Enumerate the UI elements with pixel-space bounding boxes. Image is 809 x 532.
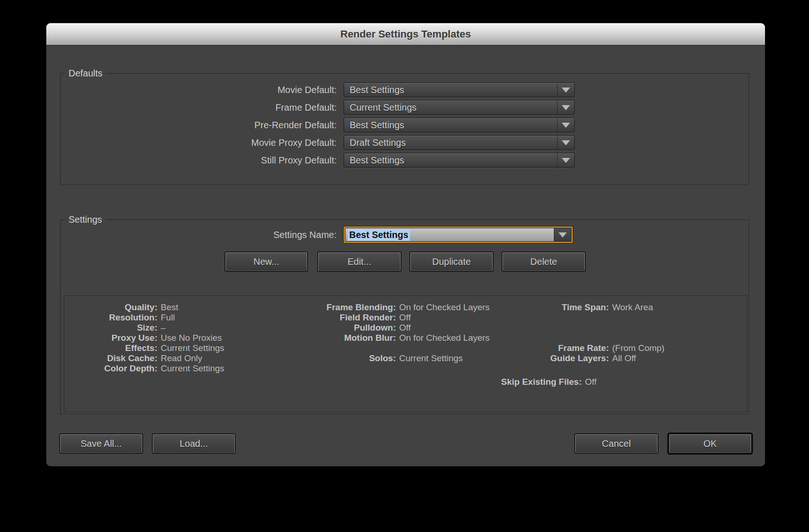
pre-render-default-label: Pre-Render Default: <box>46 120 337 131</box>
movie-proxy-default-label: Movie Proxy Default: <box>46 138 337 148</box>
summary-row: Pulldown:Off <box>282 323 489 333</box>
summary-row: Frame Rate:(From Comp) <box>509 343 665 353</box>
summary-row: Resolution:Full <box>69 313 224 323</box>
summary-row: Proxy Use:Use No Proxies <box>69 333 224 343</box>
summary-column-middle: Frame Blending:On for Checked Layers Fie… <box>282 302 489 363</box>
summary-row-spacer <box>509 313 665 323</box>
settings-legend: Settings <box>64 214 106 225</box>
summary-row: Color Depth:Current Settings <box>69 363 224 374</box>
summary-row-spacer <box>509 333 665 343</box>
settings-name-input[interactable]: Best Settings <box>345 228 554 242</box>
still-proxy-default-row: Still Proxy Default: Best Settings <box>46 153 575 168</box>
save-all-button[interactable]: Save All... <box>60 434 142 453</box>
chevron-down-icon <box>558 232 567 238</box>
ok-button-label: OK <box>703 438 717 449</box>
delete-button[interactable]: Delete <box>502 252 585 271</box>
duplicate-button-label: Duplicate <box>432 257 470 267</box>
settings-name-combo: Best Settings <box>344 226 573 243</box>
movie-default-value: Best Settings <box>350 85 404 95</box>
summary-row: Disk Cache:Read Only <box>69 353 224 363</box>
render-settings-templates-dialog: Render Settings Templates Defaults Movie… <box>46 23 765 466</box>
dropdown-arrow-zone[interactable] <box>557 153 574 167</box>
edit-button[interactable]: Edit... <box>318 252 401 271</box>
save-all-button-label: Save All... <box>81 438 122 449</box>
summary-row: Size:– <box>69 323 224 333</box>
summary-row-spacer <box>509 323 665 333</box>
pre-render-default-select[interactable]: Best Settings <box>344 118 575 132</box>
ok-button[interactable]: OK <box>669 434 751 453</box>
frame-default-value: Current Settings <box>350 102 417 113</box>
frame-default-select[interactable]: Current Settings <box>344 100 575 115</box>
frame-default-row: Frame Default: Current Settings <box>46 100 575 115</box>
summary-row: Motion Blur:On for Checked Layers <box>282 333 489 343</box>
summary-row: Solos:Current Settings <box>282 353 489 363</box>
chevron-down-icon <box>562 123 570 128</box>
summary-row: Effects:Current Settings <box>69 343 224 353</box>
delete-button-label: Delete <box>530 257 557 267</box>
summary-row: Time Span:Work Area <box>509 302 665 313</box>
pre-render-default-value: Best Settings <box>350 120 404 131</box>
load-button-label: Load... <box>180 438 208 449</box>
window-titlebar: Render Settings Templates <box>46 23 765 45</box>
movie-proxy-default-row: Movie Proxy Default: Draft Settings <box>46 135 575 150</box>
pre-render-default-row: Pre-Render Default: Best Settings <box>46 118 575 132</box>
duplicate-button[interactable]: Duplicate <box>410 252 493 271</box>
summary-row: Frame Blending:On for Checked Layers <box>282 302 489 313</box>
summary-row: Guide Layers:All Off <box>509 353 665 363</box>
summary-row: Quality:Best <box>69 302 224 313</box>
chevron-down-icon <box>562 158 570 163</box>
movie-default-select[interactable]: Best Settings <box>344 82 575 97</box>
settings-name-row: Settings Name: Best Settings <box>46 226 573 244</box>
defaults-legend: Defaults <box>64 68 107 79</box>
dropdown-arrow-zone[interactable] <box>557 83 574 97</box>
settings-name-label: Settings Name: <box>46 230 337 240</box>
settings-name-selected-text: Best Settings <box>348 229 410 241</box>
window-title: Render Settings Templates <box>340 28 471 40</box>
load-button[interactable]: Load... <box>153 434 235 453</box>
skip-existing-files-row: Skip Existing Files: Off <box>501 377 596 387</box>
still-proxy-default-select[interactable]: Best Settings <box>344 153 575 168</box>
cancel-button-label: Cancel <box>602 438 631 449</box>
movie-default-label: Movie Default: <box>46 85 337 95</box>
new-button-label: New... <box>253 257 279 267</box>
dropdown-arrow-zone[interactable] <box>557 100 574 114</box>
movie-proxy-default-select[interactable]: Draft Settings <box>344 135 575 150</box>
frame-default-label: Frame Default: <box>46 102 337 113</box>
summary-column-left: Quality:Best Resolution:Full Size:– Prox… <box>69 302 224 374</box>
still-proxy-default-label: Still Proxy Default: <box>46 155 337 166</box>
settings-name-dropdown-button[interactable] <box>554 228 571 242</box>
still-proxy-default-value: Best Settings <box>350 155 404 166</box>
movie-default-row: Movie Default: Best Settings <box>46 82 575 97</box>
summary-row-spacer <box>282 343 489 353</box>
chevron-down-icon <box>562 105 570 110</box>
movie-proxy-default-value: Draft Settings <box>350 138 406 148</box>
cancel-button[interactable]: Cancel <box>575 434 658 453</box>
dropdown-arrow-zone[interactable] <box>557 136 574 150</box>
dropdown-arrow-zone[interactable] <box>557 118 574 132</box>
chevron-down-icon <box>562 140 570 145</box>
chevron-down-icon <box>562 88 570 93</box>
summary-row: Field Render:Off <box>282 313 489 323</box>
summary-column-right: Time Span:Work Area Frame Rate:(From Com… <box>509 302 665 363</box>
new-button[interactable]: New... <box>226 252 307 271</box>
edit-button-label: Edit... <box>347 257 371 267</box>
